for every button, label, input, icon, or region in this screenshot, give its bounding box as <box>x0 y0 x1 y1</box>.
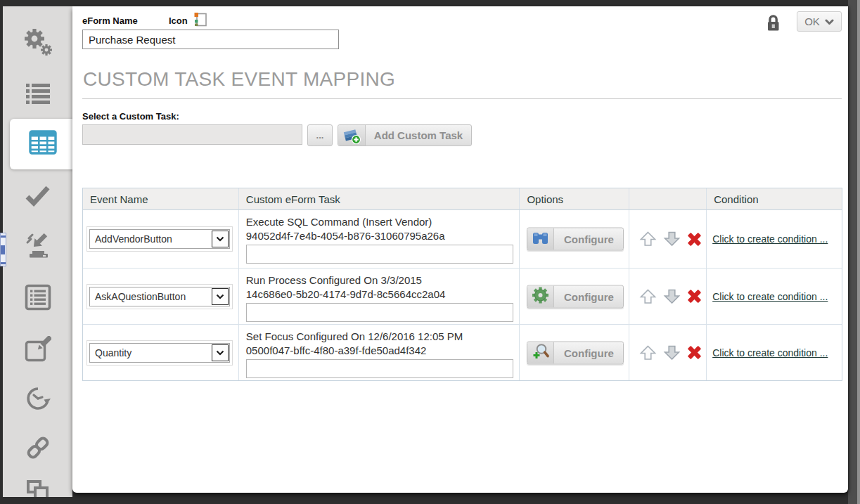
edit-icon <box>25 336 51 366</box>
magnifier-plus-icon <box>532 343 549 363</box>
move-up-icon[interactable] <box>638 288 657 305</box>
reorder-cell <box>629 269 706 324</box>
task-parameter-input[interactable] <box>246 245 513 264</box>
add-book-icon <box>338 125 366 146</box>
task-guid: 14c686e0-5b20-4174-9d7d-8c5664cc2a04 <box>246 287 520 302</box>
delete-icon[interactable] <box>686 231 702 247</box>
sidebar-item-validation[interactable] <box>3 178 72 217</box>
task-title: Execute SQL Command (Insert Vendor) <box>246 215 520 229</box>
sidebar <box>3 6 72 497</box>
panel-collapse-handle[interactable] <box>0 233 6 266</box>
reorder-cell <box>629 210 706 268</box>
configure-button[interactable]: Configure <box>527 285 624 308</box>
check-icon <box>25 185 51 210</box>
event-mapping-table: Event Name Custom eForm Task Options Con… <box>82 188 842 381</box>
sidebar-item-fields[interactable] <box>3 75 72 115</box>
event-name-select-wrap: AddVendorButton <box>86 226 233 252</box>
custom-task-cell: Execute SQL Command (Insert Vendor) 9405… <box>238 210 520 268</box>
col-header-event-name: Event Name <box>83 188 238 209</box>
table-body: AddVendorButton Execute SQL Command (Ins… <box>83 210 842 380</box>
ok-button-label: OK <box>804 15 820 27</box>
event-name-select[interactable]: AskAQuestionButton <box>89 287 230 306</box>
event-name-select[interactable]: Quantity <box>89 343 230 363</box>
reorder-cell <box>629 325 706 380</box>
binoculars-icon <box>532 230 549 248</box>
title-divider <box>82 98 842 99</box>
sidebar-item-links[interactable] <box>3 429 72 469</box>
event-name-cell: AddVendorButton <box>83 210 238 268</box>
delete-icon[interactable] <box>686 288 702 304</box>
event-name-select-wrap: Quantity <box>86 340 233 366</box>
event-name-selected-value: AskAQuestionButton <box>90 291 212 302</box>
add-custom-task-label: Add Custom Task <box>366 129 471 141</box>
eform-name-label: eForm Name <box>82 15 138 26</box>
chevron-down-icon <box>212 288 229 305</box>
main-panel: eForm Name Icon OK <box>72 6 848 493</box>
task-title: Run Process Configured On 3/3/2015 <box>246 273 520 287</box>
options-cell: Configure <box>519 269 629 324</box>
chevron-down-icon <box>212 344 229 361</box>
event-name-selected-value: Quantity <box>90 347 212 358</box>
condition-link[interactable]: Click to create condition ... <box>712 233 828 245</box>
splitter-mark <box>1 235 6 238</box>
lock-icon[interactable] <box>766 13 781 35</box>
table-row: AddVendorButton Execute SQL Command (Ins… <box>83 210 842 268</box>
configure-button[interactable]: Configure <box>527 228 624 251</box>
custom-task-input[interactable] <box>82 124 302 145</box>
sidebar-item-form-details[interactable] <box>3 279 72 318</box>
history-icon <box>25 385 51 415</box>
event-name-cell: Quantity <box>83 325 238 380</box>
options-cell: Configure <box>519 210 629 268</box>
condition-link[interactable]: Click to create condition ... <box>712 347 828 358</box>
eform-name-input[interactable] <box>82 30 339 49</box>
window-frame-right <box>848 0 857 504</box>
sidebar-item-copy[interactable] <box>3 479 72 497</box>
custom-task-cell: Set Focus Configured On 12/6/2016 12:05 … <box>238 325 520 380</box>
event-name-select[interactable]: AddVendorButton <box>89 229 230 249</box>
select-task-label: Select a Custom Task: <box>82 111 179 122</box>
list-icon <box>25 82 51 108</box>
icon-label: Icon <box>169 15 188 26</box>
gear-icon <box>532 287 549 306</box>
splitter-mark <box>1 262 6 264</box>
sidebar-item-settings[interactable] <box>3 25 72 64</box>
sidebar-item-edit[interactable] <box>3 331 72 370</box>
sidebar-item-submit-actions[interactable] <box>3 228 72 268</box>
browse-button[interactable]: ... <box>307 124 333 146</box>
stamp-icon <box>25 233 51 263</box>
move-up-icon[interactable] <box>638 231 657 247</box>
chevron-down-icon <box>825 15 834 27</box>
custom-task-cell: Run Process Configured On 3/3/2015 14c68… <box>238 269 520 324</box>
delete-icon[interactable] <box>686 344 702 361</box>
gears-icon <box>22 27 54 62</box>
event-name-select-wrap: AskAQuestionButton <box>86 284 233 309</box>
app-window: eForm Name Icon OK <box>0 0 860 504</box>
configure-button[interactable]: Configure <box>527 341 624 364</box>
col-header-custom-eform-task: Custom eForm Task <box>238 188 520 209</box>
task-parameter-input[interactable] <box>246 303 513 322</box>
move-down-icon[interactable] <box>662 344 681 361</box>
splitter-grip <box>1 245 5 254</box>
task-guid: 94052d4f-7e4b-4054-b876-31060795a26a <box>246 229 520 243</box>
sidebar-item-history[interactable] <box>3 380 72 420</box>
chevron-down-icon <box>212 231 229 247</box>
col-header-options: Options <box>519 188 629 209</box>
table-row: AskAQuestionButton Run Process Configure… <box>83 268 842 324</box>
condition-link[interactable]: Click to create condition ... <box>712 291 828 302</box>
form-list-icon <box>25 284 51 314</box>
sidebar-item-grid-selected[interactable] <box>10 119 72 169</box>
layers-icon <box>26 479 50 497</box>
event-name-selected-value: AddVendorButton <box>90 233 212 245</box>
ok-button[interactable]: OK <box>797 11 842 32</box>
move-down-icon[interactable] <box>662 288 681 305</box>
options-cell: Configure <box>519 325 629 380</box>
configure-button-label: Configure <box>554 233 623 245</box>
move-down-icon[interactable] <box>662 231 681 247</box>
move-up-icon[interactable] <box>638 344 657 361</box>
task-parameter-input[interactable] <box>246 359 513 378</box>
configure-button-label: Configure <box>554 290 623 302</box>
document-icon[interactable] <box>193 12 208 30</box>
task-guid: 0500f047-bffc-4f80-a39f-fde50ad4f342 <box>246 344 520 358</box>
table-row: Quantity Set Focus Configured On 12/6/20… <box>83 324 842 380</box>
add-custom-task-button[interactable]: Add Custom Task <box>338 124 472 146</box>
